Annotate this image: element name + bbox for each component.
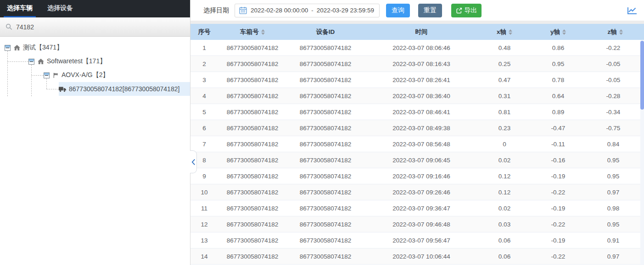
tree-connector <box>46 89 59 89</box>
table-row: 18677300580741828677300580741822022-03-0… <box>190 40 640 56</box>
tab-select-device[interactable]: 选择设备 <box>44 0 76 17</box>
table-cell: 867730058074182 <box>287 253 364 260</box>
sort-icon <box>562 29 566 35</box>
table-cell: 2022-03-07 09:56:47 <box>364 237 479 244</box>
table-cell: 0.81 <box>479 109 530 116</box>
table-cell: 2022-03-07 08:46:41 <box>364 109 479 116</box>
table-cell: 867730058074182 <box>218 237 287 244</box>
flag-icon <box>53 72 59 78</box>
table-row: 78677300580741828677300580741822022-03-0… <box>190 136 640 152</box>
table-cell: 0.06 <box>479 253 530 260</box>
table-cell: -0.22 <box>530 189 586 196</box>
table-cell: -0.28 <box>586 93 640 99</box>
data-table: 18677300580741828677300580741822022-03-0… <box>190 40 640 265</box>
table-cell: 0.23 <box>479 125 530 132</box>
export-button[interactable]: 导出 <box>451 4 482 17</box>
table-cell: 0.84 <box>586 141 640 148</box>
table-cell: 6 <box>190 125 218 132</box>
table-row: 88677300580741828677300580741822022-03-0… <box>190 152 640 168</box>
tree-node[interactable]: AOVX-A/G【2】 <box>44 68 190 82</box>
column-header[interactable]: z轴 <box>586 28 644 36</box>
table-cell: 0.03 <box>479 221 530 228</box>
collapse-minus-icon[interactable] <box>44 72 50 78</box>
table-cell: 13 <box>190 237 218 244</box>
table-cell: 2022-03-07 09:16:46 <box>364 173 479 180</box>
data-panel: 选择日期 2022-02-28 00:00:00 - 2022-03-29 23… <box>190 0 644 265</box>
home-icon <box>14 45 20 50</box>
table-cell: 867730058074182 <box>287 44 364 51</box>
table-cell: 0.78 <box>530 77 586 83</box>
table-cell: 0.98 <box>586 205 640 212</box>
date-label: 选择日期 <box>203 6 229 15</box>
table-cell: 867730058074182 <box>287 157 364 164</box>
table-cell: -0.05 <box>586 77 640 83</box>
export-icon <box>456 7 462 14</box>
table-cell: 0.95 <box>586 221 640 228</box>
column-header[interactable]: 车箱号 <box>218 28 287 36</box>
table-cell: 867730058074182 <box>218 189 287 196</box>
table-cell: 2022-03-07 09:06:45 <box>364 157 479 164</box>
table-cell: 867730058074182 <box>287 125 364 132</box>
column-header-label: 序号 <box>198 28 211 36</box>
table-cell: 10 <box>190 189 218 196</box>
column-header: 时间 <box>364 28 479 36</box>
vehicle-search-input[interactable] <box>16 23 185 31</box>
column-header: 序号 <box>190 28 218 36</box>
collapse-panel-button[interactable] <box>190 150 197 173</box>
sort-icon <box>261 29 265 35</box>
table-cell: 2 <box>190 61 218 67</box>
left-panel-tabs: 选择车辆 选择设备 <box>0 0 190 17</box>
scrollbar-thumb[interactable] <box>640 41 644 110</box>
table-row: 148677300580741828677300580741822022-03-… <box>190 248 640 265</box>
chart-view-button[interactable] <box>627 6 637 15</box>
tab-select-vehicle[interactable]: 选择车辆 <box>4 0 36 17</box>
tree-node[interactable]: 867730058074182[867730058074182] <box>59 82 190 96</box>
table-cell: 867730058074182 <box>218 109 287 116</box>
date-end: 2022-03-29 23:59:59 <box>317 7 374 14</box>
table-cell: 2022-03-07 09:46:48 <box>364 221 479 228</box>
tree-node[interactable]: 测试【3471】 <box>5 41 190 55</box>
sort-icon <box>619 29 623 35</box>
column-header[interactable]: y轴 <box>530 28 586 36</box>
tree-connector <box>7 61 28 62</box>
table-cell: 2022-03-07 08:56:48 <box>364 141 479 148</box>
tree-connector <box>31 65 32 96</box>
table-cell: 0.02 <box>479 205 530 212</box>
column-header[interactable]: x轴 <box>479 28 530 36</box>
table-cell: 867730058074182 <box>218 141 287 148</box>
table-cell: 5 <box>190 109 218 116</box>
truck-icon <box>59 86 66 92</box>
table-cell: 867730058074182 <box>218 205 287 212</box>
table-cell: 0.02 <box>479 157 530 164</box>
table-cell: -0.19 <box>530 205 586 212</box>
vehicle-search-bar <box>0 17 190 37</box>
scrollbar[interactable] <box>640 40 644 265</box>
date-start: 2022-02-28 00:00:00 <box>251 7 308 14</box>
table-row: 98677300580741828677300580741822022-03-0… <box>190 168 640 184</box>
table-cell: 867730058074182 <box>287 93 364 99</box>
table-cell: -0.05 <box>586 61 640 67</box>
table-cell: 867730058074182 <box>218 173 287 180</box>
table-cell: 867730058074182 <box>218 125 287 132</box>
query-button[interactable]: 查询 <box>386 4 410 17</box>
column-header-label: 设备ID <box>316 28 335 36</box>
table-cell: 0.91 <box>586 237 640 244</box>
table-cell: 867730058074182 <box>218 253 287 260</box>
table-cell: 12 <box>190 221 218 228</box>
table-cell: -0.75 <box>586 125 640 132</box>
tree-node[interactable]: Softwaretest【171】 <box>28 55 190 68</box>
collapse-minus-icon[interactable] <box>28 59 34 65</box>
table-cell: 867730058074182 <box>287 205 364 212</box>
table-cell: 0.64 <box>530 93 586 99</box>
collapse-minus-icon[interactable] <box>5 45 11 51</box>
column-header: 设备ID <box>287 28 364 36</box>
vehicle-tree: 测试【3471】Softwaretest【171】AOVX-A/G【2】8677… <box>0 37 190 265</box>
date-range-input[interactable]: 2022-02-28 00:00:00 - 2022-03-29 23:59:5… <box>235 4 380 17</box>
table-cell: 7 <box>190 141 218 148</box>
table-cell: 0.12 <box>479 189 530 196</box>
reset-button[interactable]: 重置 <box>418 4 442 17</box>
search-icon <box>6 23 12 30</box>
tree-connector <box>7 51 8 96</box>
table-cell: 4 <box>190 93 218 99</box>
table-cell: 867730058074182 <box>287 173 364 180</box>
